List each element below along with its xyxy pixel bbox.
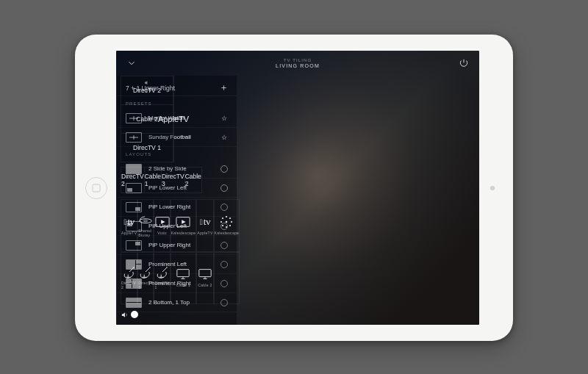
preset-thumb-icon bbox=[126, 113, 142, 123]
header-room: LIVING ROOM bbox=[276, 63, 320, 68]
svg-point-7 bbox=[229, 217, 231, 219]
kaleidescape-icon bbox=[219, 215, 234, 229]
source-label: AppleTV bbox=[121, 231, 137, 235]
row-tile[interactable]: Cable 1 bbox=[145, 167, 162, 193]
row-tile-label: Cable 2 bbox=[185, 173, 201, 187]
row-tile-label: Cable 1 bbox=[145, 173, 161, 187]
source-cable-2[interactable]: Cable 2 bbox=[196, 252, 213, 305]
svg-point-1 bbox=[143, 220, 148, 221]
volume-icon bbox=[121, 311, 129, 319]
svg-point-14 bbox=[226, 221, 228, 223]
row-tile[interactable]: DirecTV 3 bbox=[162, 167, 185, 193]
tablet-camera bbox=[490, 186, 495, 190]
svg-rect-27 bbox=[177, 270, 189, 277]
favorite-icon[interactable]: ☆ bbox=[220, 115, 228, 122]
svg-point-9 bbox=[229, 225, 231, 226]
layout-thumb-icon bbox=[126, 202, 142, 212]
layout-thumb-icon bbox=[126, 164, 142, 174]
audio-active-icon bbox=[144, 79, 151, 86]
play-icon bbox=[176, 216, 190, 228]
svg-point-24 bbox=[166, 267, 168, 269]
source-label: Kaleidescape bbox=[171, 231, 196, 235]
power-icon[interactable] bbox=[459, 58, 469, 68]
source-label: AppleTV bbox=[197, 231, 212, 235]
layout-thumb-icon bbox=[126, 221, 142, 231]
source-label: Cable 1 bbox=[176, 283, 190, 287]
source-vudu[interactable]: Vudu bbox=[154, 199, 170, 252]
appletv-icon: tv bbox=[200, 216, 210, 228]
svg-rect-30 bbox=[199, 270, 211, 277]
header-context: TV TILING bbox=[284, 58, 312, 62]
layout-thumb-icon bbox=[126, 298, 142, 308]
source-kaleidescape[interactable]: Kaleidescape bbox=[171, 199, 197, 252]
main-tile[interactable]: AppleTV bbox=[173, 76, 174, 162]
app-screen: TV TILING LIVING ROOM DirecTV 2Cable 2Di… bbox=[116, 51, 479, 325]
svg-point-20 bbox=[149, 267, 151, 269]
layout-thumb-icon bbox=[126, 240, 142, 251]
source-cable-1[interactable]: Cable 1 bbox=[171, 252, 197, 305]
header: TV TILING LIVING ROOM bbox=[116, 51, 479, 76]
preset-thumb-icon bbox=[126, 132, 142, 143]
layout-radio[interactable] bbox=[220, 184, 228, 192]
source-label: Vudu bbox=[157, 231, 167, 235]
source-label: Kaleidescape bbox=[215, 231, 240, 235]
add-preset-icon[interactable] bbox=[219, 84, 228, 93]
svg-point-11 bbox=[222, 225, 223, 226]
source-directv-1[interactable]: DirecTV 1 bbox=[154, 252, 170, 305]
source-empty bbox=[214, 252, 240, 305]
monitor-icon bbox=[198, 267, 212, 281]
layout-thumb-icon bbox=[126, 259, 142, 270]
source-label: DirecTV 1 bbox=[154, 281, 169, 290]
source-appletv[interactable]: tvAppleTV bbox=[196, 199, 213, 252]
svg-line-23 bbox=[162, 268, 166, 272]
row-tile[interactable]: Cable 2 bbox=[185, 167, 202, 193]
svg-point-13 bbox=[222, 217, 223, 219]
svg-point-8 bbox=[231, 221, 232, 223]
monitor-icon bbox=[176, 267, 190, 281]
side-tile-label: DirecTV 1 bbox=[133, 144, 161, 151]
back-chevron-icon[interactable] bbox=[126, 58, 137, 68]
layout-thumb-icon bbox=[126, 183, 142, 193]
play-icon bbox=[155, 216, 170, 228]
tablet-frame: TV TILING LIVING ROOM DirecTV 2Cable 2Di… bbox=[75, 35, 513, 341]
source-label: Cable 2 bbox=[198, 283, 212, 287]
svg-marker-3 bbox=[161, 220, 165, 223]
svg-point-12 bbox=[220, 221, 222, 223]
side-tile[interactable]: DirecTV 2 bbox=[121, 76, 173, 105]
svg-point-6 bbox=[226, 216, 227, 217]
source-kaleidescape[interactable]: Kaleidescape bbox=[214, 199, 240, 252]
row-tile-label: DirecTV 3 bbox=[162, 173, 184, 187]
tablet-home-button[interactable] bbox=[85, 177, 107, 199]
main-tile-label: AppleTV bbox=[158, 115, 189, 123]
layout-thumb-icon bbox=[126, 278, 142, 289]
svg-point-10 bbox=[226, 226, 227, 228]
svg-line-19 bbox=[146, 268, 149, 272]
favorite-icon[interactable]: ☆ bbox=[220, 134, 228, 141]
svg-marker-5 bbox=[182, 220, 186, 223]
layout-radio[interactable] bbox=[220, 165, 228, 173]
side-tile-label: DirecTV 2 bbox=[133, 87, 161, 94]
satellite-dish-icon bbox=[155, 265, 170, 278]
